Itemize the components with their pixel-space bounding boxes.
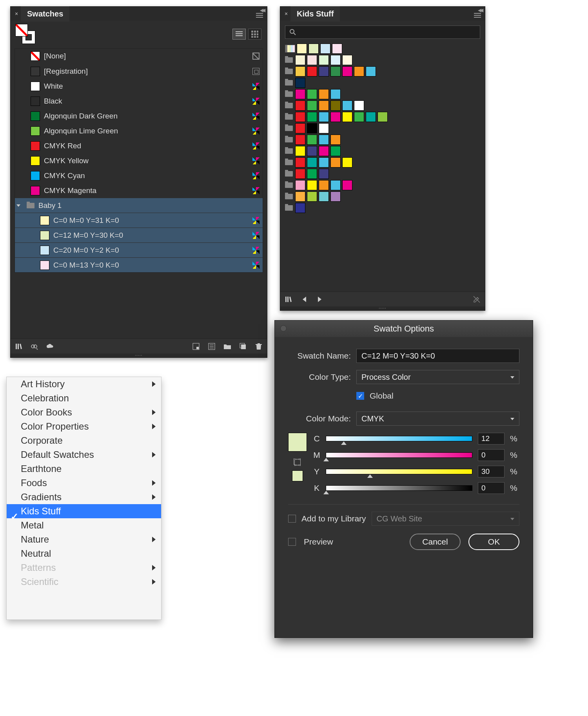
panel-menu-icon[interactable] (474, 13, 481, 18)
swatch-row[interactable]: C=12 M=0 Y=30 K=0 (15, 228, 263, 242)
folder-icon[interactable] (285, 69, 293, 74)
swatch-chip[interactable] (295, 169, 305, 179)
menu-item[interactable]: Nature (7, 532, 161, 547)
swatch-chip[interactable] (295, 203, 305, 213)
menu-item[interactable]: Scientific (7, 575, 161, 589)
collapse-icon[interactable]: ◀◀ (260, 7, 264, 13)
swatch-chip[interactable] (342, 100, 352, 111)
swatch-chip[interactable] (295, 157, 305, 168)
c-slider[interactable] (326, 436, 472, 441)
swatch-chip[interactable] (319, 191, 329, 202)
m-slider[interactable] (326, 452, 472, 458)
global-checkbox[interactable] (356, 392, 364, 400)
swatch-chip[interactable] (377, 112, 388, 122)
swatch-chip[interactable] (307, 112, 317, 122)
swatch-chip[interactable] (319, 112, 329, 122)
swatch-chip[interactable] (330, 89, 341, 99)
swatch-chip[interactable] (295, 89, 305, 99)
k-value[interactable]: 0 (478, 482, 505, 494)
menu-item[interactable]: Celebration (7, 391, 161, 405)
swatch-row[interactable]: [None] (15, 49, 263, 64)
y-value[interactable]: 30 (478, 466, 505, 477)
swatch-chip[interactable] (319, 89, 329, 99)
cancel-button[interactable]: Cancel (410, 534, 461, 550)
swatch-chip[interactable] (319, 100, 329, 111)
swatch-chip[interactable] (319, 157, 329, 168)
panel-menu-icon[interactable] (256, 13, 263, 18)
swatch-chip[interactable] (307, 123, 317, 133)
swatch-chip[interactable] (295, 55, 305, 65)
search-input[interactable] (285, 26, 480, 39)
swatch-row[interactable]: C=20 M=0 Y=2 K=0 (15, 242, 263, 257)
swatch-chip[interactable] (330, 191, 341, 202)
folder-icon[interactable] (285, 148, 293, 154)
swatch-chip[interactable] (342, 112, 352, 122)
close-icon[interactable]: × (282, 9, 290, 18)
menu-item[interactable]: Kids Stuff (7, 504, 161, 518)
next-icon[interactable] (316, 295, 324, 304)
swatch-chip[interactable] (354, 66, 364, 77)
swatch-chip[interactable] (307, 135, 317, 145)
swatch-chip[interactable] (320, 44, 330, 54)
swatch-chip[interactable] (295, 191, 305, 202)
list-view-button[interactable] (232, 29, 246, 40)
swatch-chip[interactable] (295, 135, 305, 145)
swatch-chip[interactable] (319, 180, 329, 190)
swatch-row[interactable]: Algonquin Lime Green (15, 123, 263, 138)
c-value[interactable]: 12 (478, 433, 505, 445)
m-value[interactable]: 0 (478, 449, 505, 461)
fill-stroke-indicator[interactable] (15, 24, 36, 44)
folder-icon[interactable] (285, 126, 293, 131)
collapse-icon[interactable]: ◀◀ (478, 7, 482, 13)
swatch-chip[interactable] (366, 66, 376, 77)
y-slider[interactable] (326, 469, 472, 474)
ok-button[interactable]: OK (468, 534, 519, 550)
swatch-row[interactable]: C=0 M=0 Y=31 K=0 (15, 213, 263, 228)
swatch-chip[interactable] (307, 191, 317, 202)
swatch-row[interactable]: CMYK Cyan (15, 168, 263, 183)
folder-icon[interactable] (285, 182, 293, 188)
swatch-row[interactable]: Algonquin Dark Green (15, 108, 263, 123)
close-icon[interactable]: × (12, 9, 21, 18)
new-folder-icon[interactable] (223, 342, 232, 351)
folder-icon[interactable] (285, 194, 293, 199)
folder-icon[interactable] (285, 80, 293, 86)
swatch-chip[interactable] (342, 55, 352, 65)
swatch-row[interactable]: CMYK Red (15, 138, 263, 153)
fill-box[interactable] (15, 24, 28, 36)
swatch-chip[interactable] (319, 169, 329, 179)
add-library-checkbox[interactable] (288, 515, 296, 523)
color-mode-select[interactable]: CMYK (356, 412, 519, 426)
swatch-chip[interactable] (319, 123, 329, 133)
grid-view-button[interactable] (248, 29, 261, 40)
swatch-chip[interactable] (295, 180, 305, 190)
swatch-chip[interactable] (342, 66, 352, 77)
swatch-chip[interactable] (319, 55, 329, 65)
swatch-chip[interactable] (307, 100, 317, 111)
libraries-icon[interactable] (284, 295, 293, 304)
folder-icon[interactable] (285, 57, 293, 63)
swatch-chip[interactable] (295, 100, 305, 111)
swatch-chip[interactable] (342, 180, 352, 190)
swatch-chip[interactable] (330, 180, 341, 190)
swatch-row[interactable]: Black (15, 93, 263, 108)
swatch-chip[interactable] (354, 100, 364, 111)
color-type-select[interactable]: Process Color (356, 370, 519, 384)
cube-icon[interactable] (293, 458, 302, 466)
kids-stuff-tab[interactable]: Kids Stuff (290, 6, 340, 22)
menu-item[interactable]: Patterns (7, 561, 161, 575)
new-color-group-icon[interactable] (207, 342, 216, 351)
swatches-tab[interactable]: Swatches (21, 6, 69, 22)
swatch-chip[interactable] (330, 55, 341, 65)
menu-item[interactable]: Default Swatches (7, 448, 161, 462)
swatch-chip[interactable] (342, 157, 352, 168)
prev-icon[interactable] (300, 295, 309, 304)
menu-item[interactable]: Color Books (7, 405, 161, 419)
swatch-row[interactable]: [Registration] (15, 64, 263, 78)
menu-item[interactable]: Art History (7, 377, 161, 391)
folder-icon[interactable] (285, 114, 293, 120)
menu-item[interactable]: Earthtone (7, 462, 161, 476)
trash-icon[interactable] (254, 342, 263, 351)
swatch-chip[interactable] (319, 146, 329, 156)
libraries-icon[interactable] (15, 342, 23, 351)
